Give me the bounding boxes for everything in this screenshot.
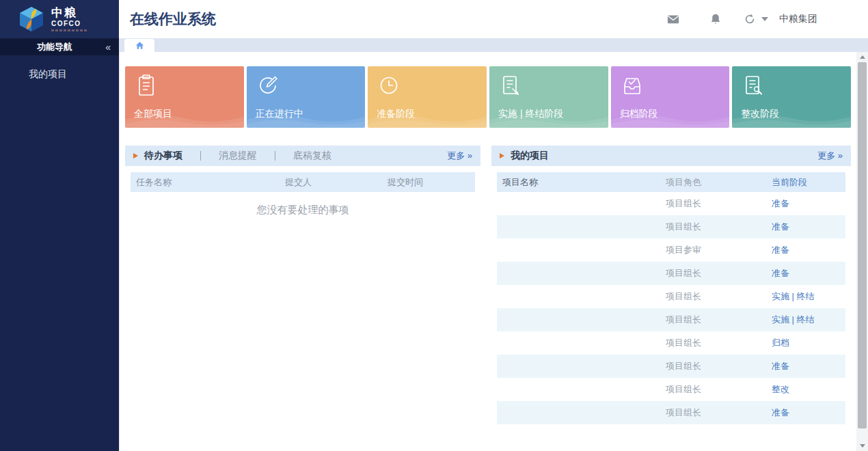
current-stage-link[interactable]: 整改 [772,383,840,396]
clipboard-list-icon [134,73,159,98]
table-row[interactable]: 项目组长准备 [497,401,845,424]
stat-cards: 全部项目 正在进行中 [125,66,851,128]
project-role-cell: 项目组长 [666,290,772,303]
scroll-up-button[interactable] [856,52,868,62]
table-row[interactable]: 项目组长整改 [497,378,845,401]
current-stage-link[interactable]: 准备 [772,221,840,233]
refresh-icon[interactable] [744,13,756,25]
tab-todo-items[interactable]: 待办事项 [144,150,182,162]
card-rectify-stage[interactable]: 整改阶段 [732,66,851,128]
vertical-scrollbar[interactable] [856,52,868,451]
project-role-cell: 项目组长 [666,407,772,419]
table-row[interactable]: 项目组长准备 [497,192,845,215]
column-submitter: 提交人 [285,176,388,189]
card-in-progress[interactable]: 正在进行中 [247,66,366,128]
page-title: 在线作业系统 [130,10,216,29]
tab-divider [200,151,201,161]
project-role-cell: 项目组长 [666,337,772,349]
column-submit-time: 提交时间 [388,176,470,189]
org-name[interactable]: 中粮集团 [779,13,817,25]
project-role-cell: 项目组长 [666,360,772,372]
sidebar: 中粮 COFCO 功能导航 « 我的项目 [0,0,119,451]
brand-name-cn: 中粮 [51,7,88,18]
project-role-cell: 项目组长 [666,197,772,210]
home-icon [135,41,144,50]
column-current-stage: 当前阶段 [772,176,840,189]
current-stage-link[interactable]: 准备 [772,197,840,210]
scroll-down-button[interactable] [856,441,868,451]
main-area: 在线作业系统 中粮集团 [119,0,868,451]
archive-check-icon [620,73,645,98]
nav-title: 功能导航 [37,41,72,53]
column-project-role: 项目角色 [666,176,772,189]
todo-more-link[interactable]: 更多 » [447,150,472,162]
dashboard-panels: 待办事项 消息提醒 底稿复核 更多 » 任务名称 提交人 提交时间 您 [125,146,851,424]
table-row[interactable]: 项目参审准备 [497,238,845,262]
projects-more-link[interactable]: 更多 » [817,150,843,162]
topbar: 在线作业系统 中粮集团 [119,0,868,38]
triangle-up-icon [860,55,865,59]
card-label: 准备阶段 [377,108,415,120]
edit-circle-icon [256,73,280,98]
sidebar-item-my-projects[interactable]: 我的项目 [0,55,119,81]
panel-bullet-icon [133,153,138,159]
tab-bar [120,38,868,52]
tab-divider [275,151,275,161]
card-label: 全部项目 [134,108,172,120]
card-label: 正在进行中 [256,108,303,120]
document-wrench-icon [741,73,765,98]
logo: 中粮 COFCO [0,0,119,38]
document-pen-icon [498,73,523,98]
card-prepare-stage[interactable]: 准备阶段 [368,66,487,128]
clock-icon [377,73,401,98]
brand-name-en: COFCO [51,20,88,27]
projects-table-body: 项目组长准备项目组长准备项目参审准备项目组长准备项目组长实施 | 终结项目组长实… [497,192,845,424]
todo-table-header: 任务名称 提交人 提交时间 [131,172,475,192]
card-all-projects[interactable]: 全部项目 [125,66,244,128]
panel-bullet-icon [500,153,504,159]
current-stage-link[interactable]: 准备 [772,267,840,279]
todo-panel-header: 待办事项 消息提醒 底稿复核 更多 » [125,146,480,166]
current-stage-link[interactable]: 准备 [772,244,840,256]
sidebar-nav-header: 功能导航 « [0,38,119,55]
projects-panel-header: 我的项目 更多 » [491,146,851,166]
sidebar-menu: 我的项目 [0,55,119,81]
mail-icon[interactable] [667,13,679,25]
project-role-cell: 项目组长 [666,267,772,279]
projects-panel: 我的项目 更多 » 项目名称 项目角色 当前阶段 项目组长准备项目组长准备项目参… [491,146,851,424]
bell-icon[interactable] [709,13,722,25]
table-row[interactable]: 项目组长准备 [497,262,845,285]
project-role-cell: 项目组长 [666,221,772,233]
workspace: 全部项目 正在进行中 [119,38,868,451]
current-stage-link[interactable]: 归档 [772,337,840,349]
table-row[interactable]: 项目组长准备 [497,355,845,378]
tab-content: 全部项目 正在进行中 [120,52,856,451]
project-role-cell: 项目组长 [666,383,772,396]
table-row[interactable]: 项目组长准备 [497,215,845,238]
tab-message-reminder[interactable]: 消息提醒 [219,150,257,162]
table-row[interactable]: 项目组长实施 | 终结 [497,308,845,331]
card-label: 整改阶段 [741,108,779,120]
table-row[interactable]: 项目组长实施 | 终结 [497,285,845,308]
card-archive-stage[interactable]: 归档阶段 [611,66,730,128]
column-project-name: 项目名称 [502,176,666,189]
current-stage-link[interactable]: 实施 | 终结 [772,314,840,326]
table-row[interactable]: 项目组长归档 [497,331,845,355]
tab-draft-review[interactable]: 底稿复核 [293,150,331,162]
card-label: 归档阶段 [620,108,658,120]
collapse-sidebar-icon[interactable]: « [105,42,111,53]
current-stage-link[interactable]: 准备 [772,407,840,419]
tab-home[interactable] [124,39,154,52]
project-role-cell: 项目参审 [666,244,772,256]
caret-down-icon[interactable] [761,17,768,21]
cofco-cube-icon [18,5,45,33]
column-task-name: 任务名称 [136,176,285,189]
current-stage-link[interactable]: 准备 [772,360,840,372]
card-implement-stage[interactable]: 实施 | 终结阶段 [489,66,608,128]
triangle-down-icon [860,444,865,448]
topbar-actions: 中粮集团 [667,13,857,25]
scrollbar-thumb[interactable] [858,62,867,428]
app-root: 中粮 COFCO 功能导航 « 我的项目 在线作业系统 [0,0,868,451]
card-label: 实施 | 终结阶段 [498,108,563,120]
current-stage-link[interactable]: 实施 | 终结 [772,290,840,303]
